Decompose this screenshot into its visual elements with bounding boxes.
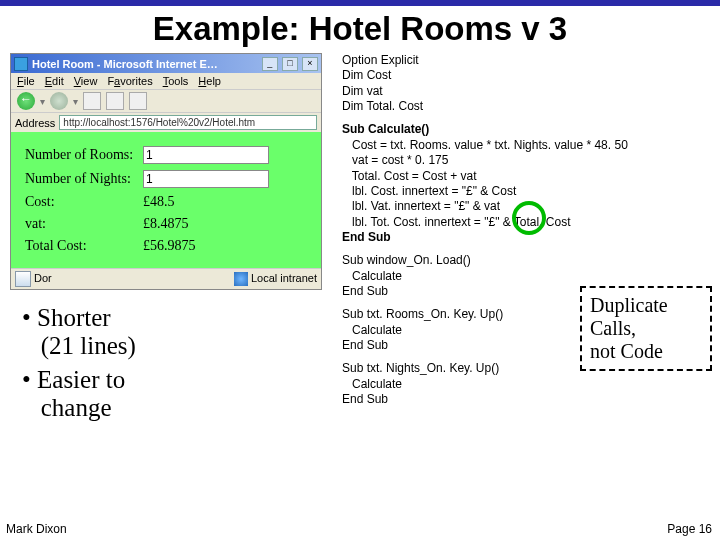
back-icon[interactable] (17, 92, 35, 110)
status-done: Dor (34, 272, 52, 284)
code-calculate: Sub Calculate() Cost = txt. Rooms. value… (342, 122, 710, 245)
bullet-1: • Shorter (21 lines) (22, 304, 330, 360)
browser-addressbar: Address http://localhost:1576/Hotel%20v2… (11, 112, 321, 132)
window-title: Hotel Room - Microsoft Internet E… (32, 58, 261, 70)
maximize-button[interactable]: □ (282, 57, 298, 71)
browser-titlebar: Hotel Room - Microsoft Internet E… _ □ × (11, 54, 321, 73)
close-button[interactable]: × (302, 57, 318, 71)
nights-label: Number of Nights: (21, 168, 137, 190)
home-icon[interactable] (129, 92, 147, 110)
bullet-2: • Easier to change (22, 366, 330, 422)
forward-icon[interactable] (50, 92, 68, 110)
code-declarations: Option Explicit Dim Cost Dim vat Dim Tot… (342, 53, 710, 114)
total-label: Total Cost: (21, 236, 137, 256)
bullet-list: • Shorter (21 lines) • Easier to change (22, 304, 330, 422)
menu-favorites[interactable]: Favorites (107, 75, 152, 87)
menu-tools[interactable]: Tools (163, 75, 189, 87)
refresh-icon[interactable] (106, 92, 124, 110)
page-body: Number of Rooms: Number of Nights: Cost:… (11, 132, 321, 268)
total-value: £56.9875 (139, 236, 273, 256)
rooms-label: Number of Rooms: (21, 144, 137, 166)
callout-box: Duplicate Calls, not Code (580, 286, 712, 371)
browser-toolbar: ▾ ▾ (11, 89, 321, 112)
slide-title: Example: Hotel Rooms v 3 (0, 10, 720, 48)
callout-line-1: Duplicate (590, 294, 702, 317)
footer-page: Page 16 (667, 522, 712, 536)
rooms-input[interactable] (143, 146, 269, 164)
vat-label: vat: (21, 214, 137, 234)
address-label: Address (15, 117, 55, 129)
footer-author: Mark Dixon (6, 522, 67, 536)
document-icon (15, 271, 31, 287)
minimize-button[interactable]: _ (262, 57, 278, 71)
dropdown-icon[interactable]: ▾ (40, 96, 45, 107)
address-url[interactable]: http://localhost:1576/Hotel%20v2/Hotel.h… (59, 115, 317, 130)
menu-help[interactable]: Help (198, 75, 221, 87)
status-zone: Local intranet (251, 272, 317, 284)
vat-value: £8.4875 (139, 214, 273, 234)
nights-input[interactable] (143, 170, 269, 188)
intranet-icon (234, 272, 248, 286)
menu-edit[interactable]: Edit (45, 75, 64, 87)
slide-top-rule (0, 0, 720, 6)
ie-icon (14, 57, 28, 71)
browser-statusbar: Dor Local intranet (11, 268, 321, 289)
callout-line-2: Calls, (590, 317, 702, 340)
callout-line-3: not Code (590, 340, 702, 363)
browser-window: Hotel Room - Microsoft Internet E… _ □ ×… (10, 53, 322, 290)
dropdown-icon-2[interactable]: ▾ (73, 96, 78, 107)
browser-menubar: FFileile Edit View Favorites Tools Help (11, 73, 321, 89)
menu-file[interactable]: FFileile (17, 75, 35, 87)
stop-icon[interactable] (83, 92, 101, 110)
code-column: Option Explicit Dim Cost Dim vat Dim Tot… (330, 53, 710, 428)
window-buttons: _ □ × (261, 56, 318, 71)
menu-view[interactable]: View (74, 75, 98, 87)
cost-value: £48.5 (139, 192, 273, 212)
cost-label: Cost: (21, 192, 137, 212)
